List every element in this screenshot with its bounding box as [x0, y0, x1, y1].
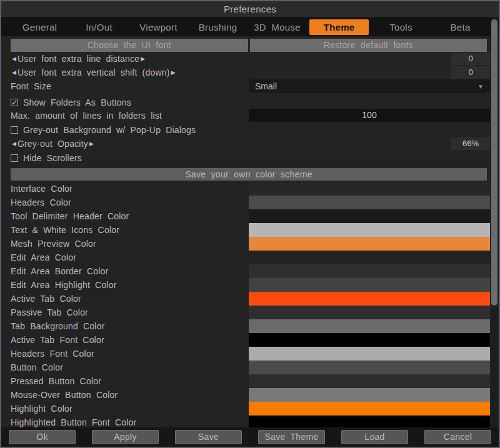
- color-swatch[interactable]: [249, 319, 490, 333]
- setting-row-grey-out-opacity: ◀Grey-out Opacity▶66%: [1, 137, 499, 151]
- color-swatch[interactable]: [249, 292, 490, 306]
- tab-tools[interactable]: Tools: [371, 19, 431, 35]
- color-swatch[interactable]: [249, 223, 490, 237]
- setting-label: Grey-out Background w/ Pop-Up Dialogs: [23, 125, 196, 135]
- save-button[interactable]: Save: [175, 430, 242, 444]
- color-scheme-list: Interface ColorHeaders ColorTool Delimit…: [1, 182, 499, 429]
- setting-label: Max. amount of lines in folders list: [11, 111, 162, 121]
- setting-row-user-font-extra-line-distance: ◀User font extra line distance▶0: [1, 52, 499, 66]
- setting-row-grey-out-background: Grey-out Background w/ Pop-Up Dialogs: [1, 124, 499, 136]
- setting-row-hide-scrollers: Hide Scrollers: [1, 152, 499, 164]
- setting-row-user-font-extra-vertical-shift: ◀User font extra vertical shift (down)▶0: [1, 66, 499, 79]
- color-row: Button Color: [1, 361, 499, 374]
- grey-out-opacity-value-field[interactable]: 66%: [451, 137, 490, 150]
- decrease-arrow-icon[interactable]: ◀: [12, 141, 16, 147]
- dropdown-selected-value: Small: [255, 81, 277, 91]
- color-row: Active Tab Color: [1, 292, 499, 306]
- hide-scrollers-checkbox[interactable]: [11, 154, 18, 162]
- color-row: Headers Color: [1, 196, 499, 209]
- font-settings-list: ◀User font extra line distance▶0◀User fo…: [1, 52, 499, 164]
- color-swatch[interactable]: [249, 237, 490, 251]
- color-swatch[interactable]: [249, 388, 490, 402]
- increase-arrow-icon[interactable]: ▶: [141, 56, 145, 62]
- color-row-label: Passive Tab Color: [11, 307, 88, 317]
- font-buttons-row: Choose the UI font Restore default fonts: [11, 39, 487, 52]
- setting-label: User font extra line distance: [18, 54, 139, 64]
- preferences-window: Preferences GeneralIn/OutViewportBrushin…: [0, 0, 500, 448]
- color-row-label: Edit Area Highlight Color: [11, 280, 117, 290]
- setting-label: Show Folders As Buttons: [23, 97, 131, 107]
- increase-arrow-icon[interactable]: ▶: [171, 70, 176, 76]
- color-row-label: Edit Area Color: [11, 252, 76, 262]
- decrease-arrow-icon[interactable]: ◀: [12, 56, 16, 62]
- color-row-label: Interface Color: [11, 184, 72, 194]
- color-row: Mesh Preview Color: [1, 237, 499, 251]
- user-font-extra-line-distance-value-field[interactable]: 0: [451, 52, 490, 65]
- chevron-down-icon: ▼: [478, 83, 484, 90]
- font-size-dropdown[interactable]: Small▼: [249, 79, 490, 93]
- tab-in-out[interactable]: In/Out: [69, 19, 129, 35]
- color-row-label: Text & White Icons Color: [11, 225, 119, 235]
- restore-default-fonts-button[interactable]: Restore default fonts: [250, 39, 488, 52]
- increase-arrow-icon[interactable]: ▶: [89, 141, 94, 147]
- color-row: Edit Area Color: [1, 251, 499, 264]
- color-row-label: Highlight Color: [11, 404, 72, 414]
- setting-label: Grey-out Opacity: [18, 139, 88, 149]
- color-swatch[interactable]: [249, 347, 490, 361]
- setting-row-font-size: Font SizeSmall▼: [1, 79, 499, 93]
- ok-button[interactable]: Ok: [9, 430, 76, 444]
- load-button[interactable]: Load: [341, 430, 408, 444]
- scrollbar[interactable]: [491, 17, 498, 427]
- titlebar[interactable]: Preferences: [1, 1, 499, 17]
- color-swatch[interactable]: [249, 251, 490, 264]
- show-folders-as-buttons-checkbox[interactable]: ✓: [11, 99, 18, 106]
- scrollbar-thumb[interactable]: [491, 19, 498, 306]
- color-swatch[interactable]: [249, 361, 490, 374]
- grey-out-background-checkbox[interactable]: [11, 126, 18, 134]
- footer-button-bar: OkApplySaveSave ThemeLoadCancel: [1, 427, 499, 447]
- cancel-button[interactable]: Cancel: [424, 430, 491, 444]
- color-row-label: Button Color: [11, 362, 63, 372]
- color-row-label: Active Tab Font Color: [11, 335, 104, 345]
- color-swatch[interactable]: [249, 306, 490, 319]
- color-swatch[interactable]: [249, 374, 490, 388]
- color-row-label: Active Tab Color: [11, 294, 81, 304]
- color-swatch[interactable]: [249, 209, 490, 223]
- color-row-label: Mesh Preview Color: [11, 239, 96, 249]
- color-row-label: Headers Font Color: [11, 349, 94, 359]
- decrease-arrow-icon[interactable]: ◀: [12, 70, 16, 76]
- tab-general[interactable]: General: [10, 19, 69, 35]
- color-swatch[interactable]: [249, 196, 490, 209]
- color-swatch[interactable]: [249, 402, 490, 416]
- color-row: Tab Background Color: [1, 319, 499, 333]
- color-row: Edit Area Border Color: [1, 264, 499, 278]
- color-row-label: Highlighted Button Font Color: [11, 417, 136, 427]
- window-title: Preferences: [224, 4, 276, 14]
- color-row-label: Headers Color: [11, 197, 71, 207]
- color-row-label: Pressed Button Color: [11, 376, 101, 386]
- color-row: Tool Delimiter Header Color: [1, 209, 499, 223]
- color-swatch[interactable]: [249, 278, 490, 292]
- max-lines-folders-list-input[interactable]: 100: [249, 109, 490, 122]
- content: Choose the UI font Restore default fonts…: [1, 39, 499, 429]
- tab-theme[interactable]: Theme: [309, 19, 369, 35]
- tab-3d-mouse[interactable]: 3D Mouse: [248, 19, 307, 35]
- choose-ui-font-button[interactable]: Choose the UI font: [11, 39, 248, 52]
- save-color-scheme-header[interactable]: Save your own color scheme: [11, 168, 487, 181]
- tab-viewport[interactable]: Viewport: [129, 19, 188, 35]
- color-swatch[interactable]: [249, 264, 490, 278]
- color-row-label: Edit Area Border Color: [11, 266, 108, 276]
- color-swatch[interactable]: [249, 182, 490, 196]
- color-row: Highlight Color: [1, 402, 499, 416]
- setting-row-show-folders-as-buttons: ✓Show Folders As Buttons: [1, 96, 499, 108]
- color-row: Text & White Icons Color: [1, 223, 499, 237]
- tab-beta[interactable]: Beta: [431, 19, 490, 35]
- setting-label: User font extra vertical shift (down): [18, 67, 170, 77]
- tab-brushing[interactable]: Brushing: [188, 19, 248, 35]
- apply-button[interactable]: Apply: [92, 430, 159, 444]
- color-swatch[interactable]: [249, 333, 490, 347]
- user-font-extra-vertical-shift-value-field[interactable]: 0: [451, 66, 490, 79]
- color-row: Mouse-Over Button Color: [1, 388, 499, 402]
- color-row: Edit Area Highlight Color: [1, 278, 499, 292]
- save-theme-button[interactable]: Save Theme: [258, 430, 325, 444]
